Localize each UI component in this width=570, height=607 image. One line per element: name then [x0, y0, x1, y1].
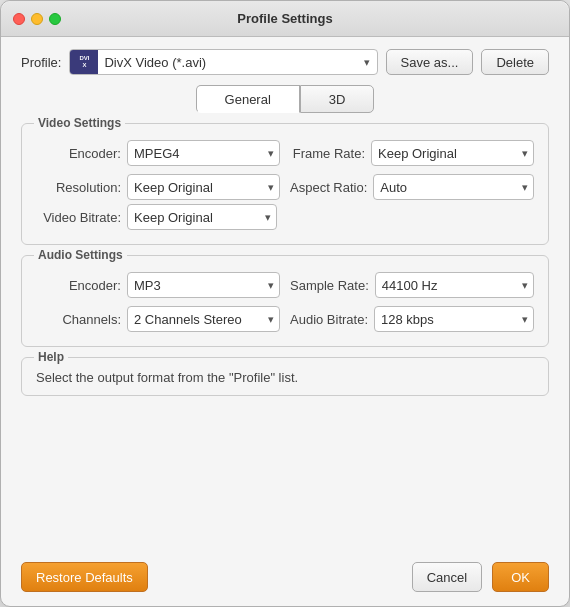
- sample-rate-select[interactable]: 44100 Hz: [375, 272, 534, 298]
- framerate-select[interactable]: Keep Original: [371, 140, 534, 166]
- content-area: Profile: DVIX DivX Video (*.avi) ▾ Save …: [1, 37, 569, 552]
- ok-button[interactable]: OK: [492, 562, 549, 592]
- window-title: Profile Settings: [237, 11, 332, 26]
- bottom-bar: Restore Defaults Cancel OK: [1, 552, 569, 606]
- profile-chevron-icon: ▾: [357, 56, 377, 69]
- encoder-select-container[interactable]: MPEG4: [127, 140, 280, 166]
- profile-select-value: DivX Video (*.avi): [98, 55, 356, 70]
- channels-select[interactable]: 2 Channels Stereo: [127, 306, 280, 332]
- channels-label: Channels:: [36, 312, 121, 327]
- delete-button[interactable]: Delete: [481, 49, 549, 75]
- profile-row: Profile: DVIX DivX Video (*.avi) ▾ Save …: [21, 49, 549, 75]
- tab-3d[interactable]: 3D: [300, 85, 375, 113]
- profile-label: Profile:: [21, 55, 61, 70]
- audio-bitrate-select-container[interactable]: 128 kbps: [374, 306, 534, 332]
- encoder-select[interactable]: MPEG4: [127, 140, 280, 166]
- audio-settings-grid: Encoder: MP3 Sample Rate: 44100 Hz: [36, 272, 534, 332]
- audio-bitrate-field: Audio Bitrate: 128 kbps: [290, 306, 534, 332]
- main-window: Profile Settings Profile: DVIX DivX Vide…: [0, 0, 570, 607]
- video-bitrate-label: Video Bitrate:: [36, 210, 121, 225]
- channels-field: Channels: 2 Channels Stereo: [36, 306, 280, 332]
- aspect-ratio-field: Aspect Ratio: Auto: [290, 174, 534, 200]
- framerate-field: Frame Rate: Keep Original: [290, 140, 534, 166]
- encoder-field: Encoder: MPEG4: [36, 140, 280, 166]
- save-as-button[interactable]: Save as...: [386, 49, 474, 75]
- tab-general[interactable]: General: [196, 85, 300, 113]
- audio-settings-section: Audio Settings Encoder: MP3 Sample Rate:: [21, 255, 549, 347]
- profile-icon: DVIX: [70, 50, 98, 74]
- video-settings-title: Video Settings: [34, 116, 125, 130]
- audio-bitrate-label: Audio Bitrate:: [290, 312, 368, 327]
- aspect-ratio-select-container[interactable]: Auto: [373, 174, 534, 200]
- audio-encoder-label: Encoder:: [36, 278, 121, 293]
- audio-encoder-select-container[interactable]: MP3: [127, 272, 280, 298]
- resolution-field: Resolution: Keep Original: [36, 174, 280, 200]
- audio-encoder-select[interactable]: MP3: [127, 272, 280, 298]
- framerate-select-container[interactable]: Keep Original: [371, 140, 534, 166]
- help-section: Help Select the output format from the "…: [21, 357, 549, 396]
- audio-settings-title: Audio Settings: [34, 248, 127, 262]
- close-button[interactable]: [13, 13, 25, 25]
- help-title: Help: [34, 350, 68, 364]
- sample-rate-label: Sample Rate:: [290, 278, 369, 293]
- aspect-ratio-label: Aspect Ratio:: [290, 180, 367, 195]
- minimize-button[interactable]: [31, 13, 43, 25]
- restore-defaults-button[interactable]: Restore Defaults: [21, 562, 148, 592]
- sample-rate-field: Sample Rate: 44100 Hz: [290, 272, 534, 298]
- resolution-label: Resolution:: [36, 180, 121, 195]
- tab-row: General 3D: [21, 85, 549, 113]
- profile-select-container[interactable]: DVIX DivX Video (*.avi) ▾: [69, 49, 377, 75]
- help-text: Select the output format from the "Profi…: [36, 370, 534, 385]
- audio-bitrate-select[interactable]: 128 kbps: [374, 306, 534, 332]
- profile-icon-text: DVIX: [79, 55, 89, 68]
- bottom-right-buttons: Cancel OK: [412, 562, 549, 592]
- video-settings-section: Video Settings Encoder: MPEG4 Frame Rate…: [21, 123, 549, 245]
- aspect-ratio-select[interactable]: Auto: [373, 174, 534, 200]
- video-bitrate-select-container[interactable]: Keep Original: [127, 204, 277, 230]
- maximize-button[interactable]: [49, 13, 61, 25]
- resolution-select-container[interactable]: Keep Original: [127, 174, 280, 200]
- video-bitrate-select[interactable]: Keep Original: [127, 204, 277, 230]
- traffic-lights: [13, 13, 61, 25]
- sample-rate-select-container[interactable]: 44100 Hz: [375, 272, 534, 298]
- resolution-select[interactable]: Keep Original: [127, 174, 280, 200]
- encoder-label: Encoder:: [36, 146, 121, 161]
- video-settings-grid: Encoder: MPEG4 Frame Rate: Keep Original: [36, 140, 534, 200]
- framerate-label: Frame Rate:: [290, 146, 365, 161]
- channels-select-container[interactable]: 2 Channels Stereo: [127, 306, 280, 332]
- video-bitrate-field: Video Bitrate: Keep Original: [36, 204, 534, 230]
- title-bar: Profile Settings: [1, 1, 569, 37]
- cancel-button[interactable]: Cancel: [412, 562, 482, 592]
- audio-encoder-field: Encoder: MP3: [36, 272, 280, 298]
